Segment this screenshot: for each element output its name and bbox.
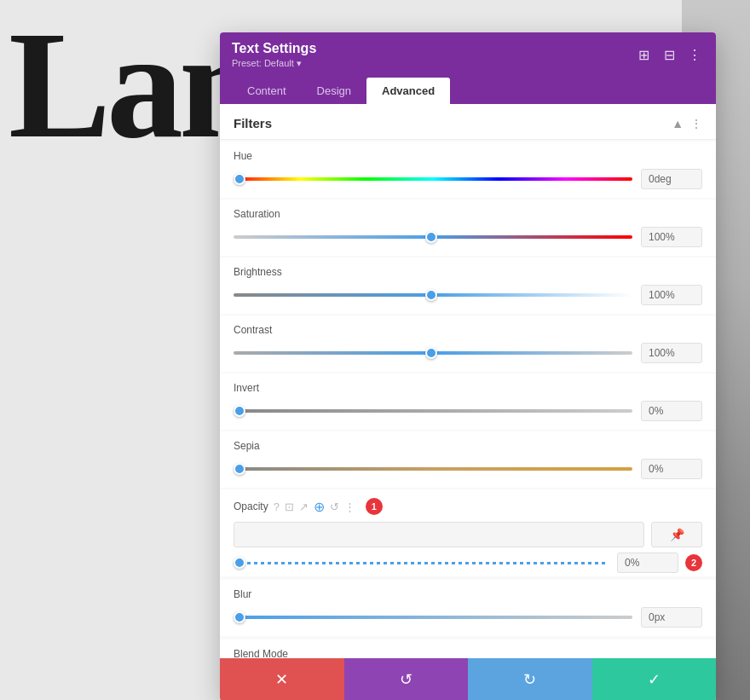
opacity-track	[234, 562, 609, 564]
sepia-track	[234, 467, 632, 471]
brightness-slider[interactable]	[234, 286, 632, 304]
invert-slider[interactable]	[234, 402, 632, 419]
panel-title-group: Text Settings Preset: Default ▾	[232, 41, 316, 69]
opacity-reset-icon[interactable]: ↺	[330, 500, 339, 513]
sepia-row: Sepia	[220, 431, 716, 488]
panel-title: Text Settings	[232, 41, 316, 56]
blend-label: Blend Mode	[234, 648, 702, 658]
brightness-row: Brightness	[220, 257, 716, 314]
invert-row: Invert	[220, 373, 716, 430]
badge-1: 1	[366, 498, 383, 515]
blur-slider[interactable]	[234, 609, 632, 626]
opacity-more-icon[interactable]: ⋮	[344, 500, 355, 513]
saturation-slider[interactable]	[234, 229, 632, 246]
hue-slider[interactable]	[234, 171, 632, 188]
contrast-slider[interactable]	[234, 344, 632, 362]
saturation-thumb[interactable]	[425, 231, 437, 243]
hue-control	[234, 169, 702, 189]
contrast-control	[234, 343, 702, 363]
brightness-value[interactable]	[641, 285, 702, 305]
badge-2: 2	[685, 554, 702, 571]
tab-design[interactable]: Design	[302, 78, 366, 104]
save-button[interactable]: ✓	[592, 658, 717, 700]
hue-row: Hue	[220, 142, 716, 198]
opacity-device-icon[interactable]: ⊡	[285, 500, 294, 513]
saturation-row: Saturation	[220, 200, 716, 256]
more-icon[interactable]: ⋮	[685, 46, 704, 65]
blend-mode-row: Blend Mode Normal Multiply Screen Overla…	[220, 639, 716, 658]
cancel-button[interactable]: ✕	[220, 658, 344, 700]
redo-button[interactable]: ↻	[468, 658, 592, 700]
opacity-link-icon[interactable]: ⊕	[314, 499, 325, 515]
section-more-icon[interactable]: ⋮	[690, 117, 702, 130]
saturation-label: Saturation	[234, 208, 702, 220]
panel-preset[interactable]: Preset: Default ▾	[232, 58, 316, 69]
opacity-value[interactable]	[617, 552, 678, 573]
opacity-label-row: Opacity ? ⊡ ↗ ⊕ ↺ ⋮ 1	[234, 498, 702, 515]
brightness-track	[234, 293, 632, 297]
blur-row: Blur	[220, 580, 716, 636]
tab-advanced[interactable]: Advanced	[366, 78, 450, 104]
panel-header-top: Text Settings Preset: Default ▾ ⊞ ⊟ ⋮	[232, 41, 704, 69]
opacity-cursor-icon[interactable]: ↗	[299, 500, 309, 513]
contrast-value[interactable]	[641, 343, 702, 363]
opacity-label: Opacity	[234, 500, 268, 512]
sepia-control	[234, 459, 702, 479]
panel-footer: ✕ ↺ ↻ ✓	[220, 658, 716, 700]
invert-control	[234, 401, 702, 421]
sepia-thumb[interactable]	[234, 463, 245, 475]
panel-header: Text Settings Preset: Default ▾ ⊞ ⊟ ⋮ Co…	[220, 32, 716, 104]
opacity-slider-row: 2	[234, 552, 702, 573]
saturation-track	[234, 235, 632, 239]
invert-value[interactable]	[641, 401, 702, 421]
saturation-value[interactable]	[641, 227, 702, 247]
contrast-row: Contrast	[220, 315, 716, 372]
hue-label: Hue	[234, 150, 702, 162]
invert-track	[234, 409, 632, 413]
panel-body: Filters ▲ ⋮ Hue Saturation	[220, 104, 716, 658]
sepia-label: Sepia	[234, 440, 702, 452]
opacity-device-area: 📌	[234, 522, 702, 547]
invert-thumb[interactable]	[234, 405, 245, 417]
blur-value[interactable]	[641, 607, 702, 628]
hue-track	[234, 177, 632, 181]
hue-value[interactable]	[641, 169, 702, 189]
section-title: Filters	[234, 116, 272, 130]
brightness-control	[234, 285, 702, 305]
sepia-value[interactable]	[641, 459, 702, 479]
blur-track	[234, 616, 632, 619]
section-icons: ▲ ⋮	[672, 117, 702, 130]
invert-label: Invert	[234, 382, 702, 394]
tab-content[interactable]: Content	[232, 78, 302, 104]
sepia-slider[interactable]	[234, 460, 632, 477]
contrast-thumb[interactable]	[425, 347, 437, 359]
settings-panel: Text Settings Preset: Default ▾ ⊞ ⊟ ⋮ Co…	[220, 32, 716, 700]
opacity-device-input[interactable]	[234, 522, 644, 547]
panel-header-icons: ⊞ ⊟ ⋮	[634, 46, 704, 65]
opacity-help-icon[interactable]: ?	[274, 500, 280, 513]
blur-control	[234, 607, 702, 628]
collapse-icon[interactable]: ▲	[672, 117, 684, 130]
blur-label: Blur	[234, 588, 702, 600]
opacity-pin-icon: 📌	[670, 528, 684, 541]
opacity-row: Opacity ? ⊡ ↗ ⊕ ↺ ⋮ 1 📌	[220, 489, 716, 576]
focus-icon[interactable]: ⊞	[634, 46, 653, 65]
hue-thumb[interactable]	[234, 173, 245, 185]
section-header: Filters ▲ ⋮	[220, 104, 716, 140]
blur-thumb[interactable]	[234, 611, 245, 623]
contrast-label: Contrast	[234, 324, 702, 336]
brightness-label: Brightness	[234, 266, 702, 278]
split-icon[interactable]: ⊟	[660, 46, 678, 65]
contrast-track	[234, 351, 632, 355]
opacity-slider[interactable]	[234, 554, 609, 571]
brightness-thumb[interactable]	[425, 289, 437, 301]
panel-tabs: Content Design Advanced	[232, 78, 704, 104]
opacity-thumb[interactable]	[234, 557, 245, 569]
saturation-control	[234, 227, 702, 247]
reset-button[interactable]: ↺	[344, 658, 469, 700]
